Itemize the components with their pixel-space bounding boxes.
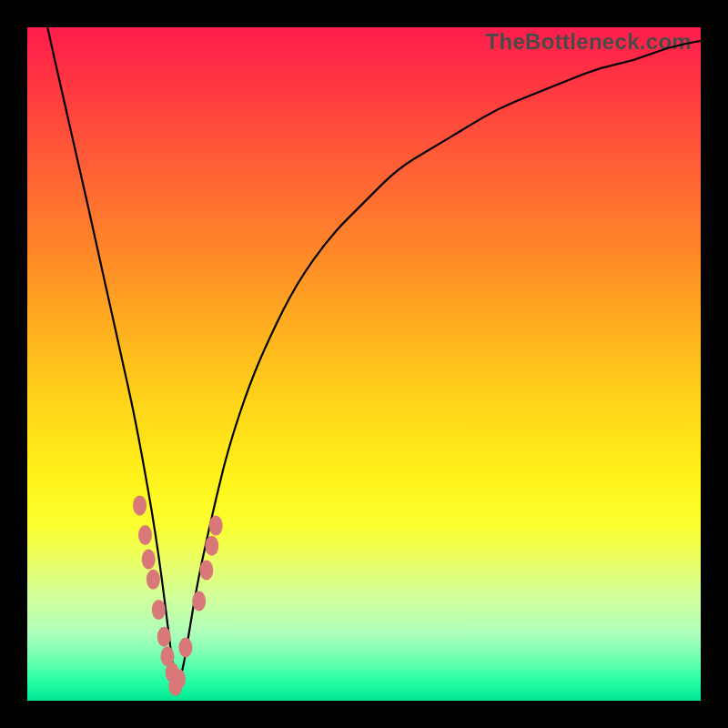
marker-dot xyxy=(157,627,171,647)
plot-area: TheBottleneck.com xyxy=(27,27,701,701)
bottleneck-curve xyxy=(27,27,701,701)
marker-dot xyxy=(205,536,218,556)
marker-dot xyxy=(172,669,186,689)
highlight-markers xyxy=(133,495,223,695)
marker-dot xyxy=(133,495,147,515)
marker-dot xyxy=(178,638,192,658)
marker-dot xyxy=(192,591,206,611)
marker-dot xyxy=(199,560,213,580)
marker-dot xyxy=(209,516,223,536)
marker-dot xyxy=(138,525,152,545)
marker-dot xyxy=(147,570,160,590)
marker-dot xyxy=(152,600,166,620)
chart-frame: TheBottleneck.com xyxy=(0,0,728,728)
marker-dot xyxy=(142,550,156,570)
curve-path xyxy=(47,27,701,682)
